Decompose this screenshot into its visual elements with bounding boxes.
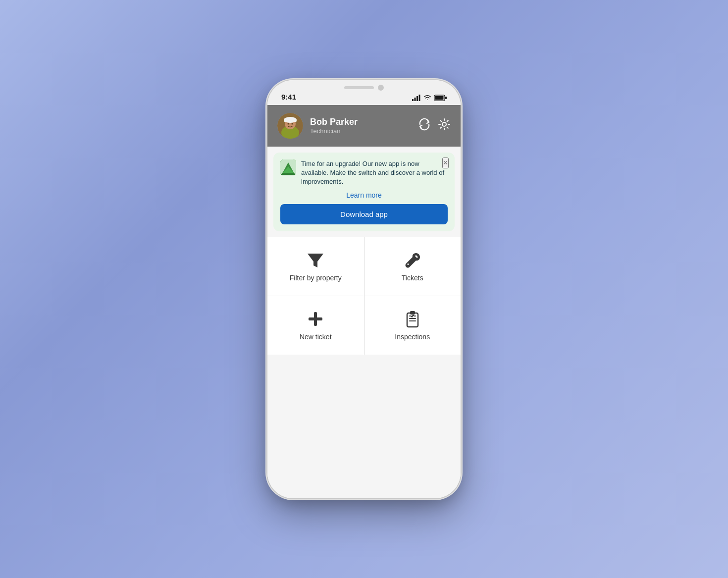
status-icons bbox=[412, 95, 447, 101]
grid-item-inspections[interactable]: Inspections bbox=[364, 296, 461, 355]
svg-rect-2 bbox=[416, 96, 418, 101]
status-time: 9:41 bbox=[281, 93, 296, 101]
svg-marker-18 bbox=[308, 254, 323, 267]
user-name: Bob Parker bbox=[310, 117, 411, 127]
grid-item-filter[interactable]: Filter by property bbox=[267, 237, 364, 296]
svg-rect-0 bbox=[412, 99, 414, 101]
svg-rect-15 bbox=[280, 159, 296, 175]
svg-point-12 bbox=[288, 123, 289, 124]
app-logo bbox=[280, 159, 296, 175]
svg-rect-22 bbox=[410, 311, 415, 315]
svg-rect-1 bbox=[415, 98, 416, 101]
learn-more-link[interactable]: Learn more bbox=[280, 191, 448, 199]
avatar bbox=[277, 113, 303, 139]
plus-icon bbox=[307, 310, 324, 328]
grid-menu: Filter by property Tickets New ticket bbox=[267, 237, 461, 355]
user-info: Bob Parker Technician bbox=[310, 117, 411, 135]
inspections-label: Inspections bbox=[395, 333, 430, 341]
svg-rect-3 bbox=[419, 95, 420, 101]
wrench-icon bbox=[404, 251, 421, 269]
wifi-icon bbox=[423, 95, 431, 101]
logo-svg bbox=[280, 159, 296, 175]
phone-screen: Bob Parker Technician bbox=[267, 105, 461, 498]
grid-item-new-ticket[interactable]: New ticket bbox=[267, 296, 364, 355]
svg-rect-11 bbox=[284, 120, 297, 122]
battery-icon bbox=[434, 95, 447, 101]
notch bbox=[327, 80, 401, 95]
notification-banner: × Time for an upgrade! Our new app is no… bbox=[273, 153, 455, 232]
avatar-image bbox=[277, 113, 303, 139]
app-header: Bob Parker Technician bbox=[267, 105, 461, 147]
phone-shell: 9:41 bbox=[267, 80, 461, 498]
signal-icon bbox=[412, 95, 420, 101]
new-ticket-label: New ticket bbox=[300, 333, 332, 341]
svg-point-13 bbox=[292, 123, 293, 124]
settings-svg bbox=[438, 118, 451, 131]
speaker bbox=[344, 86, 374, 89]
tickets-label: Tickets bbox=[402, 274, 423, 282]
banner-content: Time for an upgrade! Our new app is now … bbox=[280, 159, 448, 187]
header-actions bbox=[418, 118, 451, 134]
filter-label: Filter by property bbox=[290, 274, 342, 282]
svg-rect-5 bbox=[445, 97, 447, 99]
grid-item-tickets[interactable]: Tickets bbox=[364, 237, 461, 296]
refresh-svg bbox=[418, 118, 431, 131]
download-app-button[interactable]: Download app bbox=[280, 204, 448, 224]
svg-point-14 bbox=[442, 122, 446, 126]
camera bbox=[378, 85, 384, 91]
banner-message: Time for an upgrade! Our new app is now … bbox=[301, 159, 448, 187]
filter-icon bbox=[307, 251, 324, 269]
settings-icon[interactable] bbox=[438, 118, 451, 134]
banner-close-button[interactable]: × bbox=[442, 158, 449, 168]
refresh-icon[interactable] bbox=[418, 118, 431, 134]
svg-rect-6 bbox=[435, 96, 444, 100]
svg-rect-20 bbox=[309, 317, 322, 320]
user-role: Technician bbox=[310, 127, 411, 135]
clipboard-icon bbox=[404, 310, 421, 328]
